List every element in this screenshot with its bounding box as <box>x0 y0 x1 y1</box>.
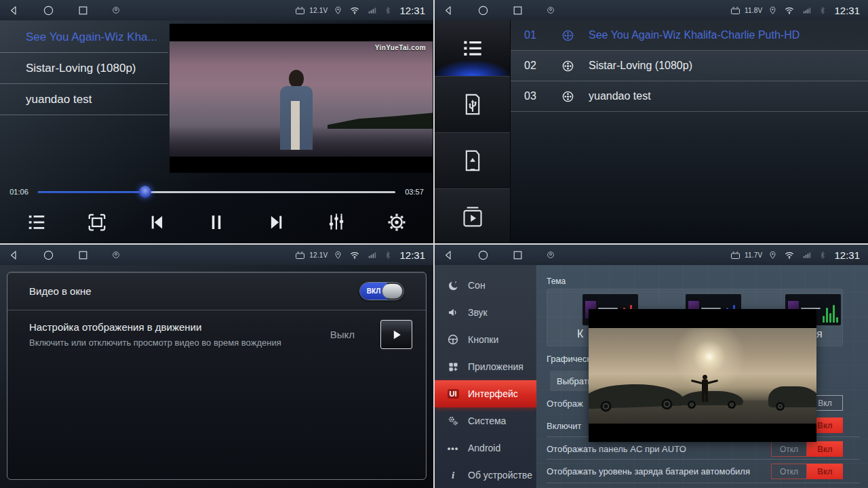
home-icon[interactable] <box>43 5 54 16</box>
clock: 12:31 <box>834 249 860 261</box>
menu-item-about[interactable]: i Об устройстве <box>435 462 536 488</box>
progress-row: 01:06 03:57 <box>0 184 433 199</box>
menu-item-system[interactable]: Система <box>435 407 536 434</box>
battery-voltage: 11.7V <box>745 251 762 259</box>
playlist: See You Again-Wiz Kha... Sistar-Loving (… <box>0 22 168 115</box>
battery-voltage: 12.1V <box>309 7 328 14</box>
menu-label: Сон <box>468 280 486 291</box>
disc-icon[interactable] <box>547 6 555 14</box>
recents-icon[interactable] <box>512 5 524 16</box>
disc-icon[interactable] <box>112 6 120 14</box>
off-button[interactable]: Откл <box>771 464 807 479</box>
battery-icon <box>730 250 741 260</box>
expand-play-button[interactable] <box>380 320 412 349</box>
media-row[interactable]: 03 yuandao test <box>511 81 868 112</box>
setting-title: Настройка отображения в движении <box>29 321 319 333</box>
menu-label: Приложения <box>468 361 524 372</box>
signal-icon <box>802 5 812 15</box>
playlist-item[interactable]: yuandao test <box>0 84 168 115</box>
track-number: 01 <box>524 29 561 41</box>
battery-icon <box>294 250 306 260</box>
speaker-icon <box>446 306 460 319</box>
seek-bar[interactable] <box>38 191 395 193</box>
aspect-ratio-button[interactable] <box>77 207 117 238</box>
menu-item-android[interactable]: ••• Android <box>435 434 536 462</box>
screen-media-browser: 11.8V 12:31 01 See You Again-Wiz Khalifa… <box>435 0 868 243</box>
track-title: Sistar-Loving (1080p) <box>589 60 692 72</box>
back-icon[interactable] <box>443 249 454 261</box>
disc-icon[interactable] <box>547 251 555 259</box>
track-number: 03 <box>524 90 561 102</box>
video-viewport[interactable]: YinYueTai.com <box>170 24 433 173</box>
menu-item-apps[interactable]: Приложения <box>435 353 536 380</box>
battery-voltage: 12.1V <box>309 251 328 259</box>
off-button[interactable]: Откл <box>771 441 807 457</box>
home-icon[interactable] <box>43 249 54 261</box>
menu-label: Android <box>468 443 500 453</box>
home-icon[interactable] <box>477 249 489 261</box>
film-reel-icon <box>561 29 589 42</box>
equalizer-button[interactable] <box>316 207 357 238</box>
disc-icon[interactable] <box>112 251 120 259</box>
playlist-item[interactable]: Sistar-Loving (1080p) <box>0 53 168 84</box>
moon-sleep-icon: z <box>446 280 460 291</box>
status-bar: 11.8V 12:31 <box>435 0 868 20</box>
status-bar: 12.1V 12:31 <box>0 0 433 20</box>
interface-panel: Тема К я Графический Выбрать Отображ <box>536 265 868 488</box>
playlist-button[interactable] <box>16 207 57 238</box>
signal-icon <box>367 5 378 15</box>
wifi-icon <box>349 5 361 16</box>
menu-label: Интерфейс <box>468 388 518 399</box>
menu-label: Система <box>468 415 506 426</box>
bluetooth-icon <box>818 250 827 260</box>
floating-video-window[interactable] <box>589 309 816 442</box>
four-screen-collage: 12.1V 12:31 See You Again-Wiz Kha... Sis… <box>0 0 868 488</box>
back-icon[interactable] <box>443 5 454 16</box>
wifi-icon <box>783 250 795 260</box>
rail-playlist-tab[interactable] <box>435 20 510 77</box>
singer-silhouette <box>277 70 317 150</box>
recents-icon[interactable] <box>77 5 89 16</box>
video-frame <box>589 328 816 424</box>
row-display-label: Отображ <box>547 399 583 409</box>
select-label: Выбрать <box>557 376 592 386</box>
menu-item-sound[interactable]: Звук <box>435 299 536 326</box>
on-button[interactable]: Вкл <box>807 464 843 479</box>
pause-button[interactable] <box>196 207 237 238</box>
menu-item-interface[interactable]: UI Интерфейс <box>435 380 536 407</box>
bluetooth-icon <box>384 5 392 16</box>
previous-button[interactable] <box>136 207 177 238</box>
menu-item-buttons[interactable]: Кнопки <box>435 326 536 353</box>
steering-wheel-icon <box>446 333 460 346</box>
media-row[interactable]: 01 See You Again-Wiz Khalifa-Charlie Put… <box>511 20 868 51</box>
rail-usb-tab[interactable] <box>435 77 510 133</box>
media-list: 01 See You Again-Wiz Khalifa-Charlie Put… <box>511 20 868 112</box>
recents-icon[interactable] <box>77 249 89 261</box>
seek-thumb[interactable] <box>139 186 151 198</box>
playlist-item[interactable]: See You Again-Wiz Kha... <box>0 22 168 53</box>
recents-icon[interactable] <box>512 249 524 261</box>
motion-display-row: Настройка отображения в движении Включит… <box>7 310 426 359</box>
track-title: yuandao test <box>589 90 651 102</box>
track-number: 02 <box>524 60 561 72</box>
bluetooth-icon <box>384 250 392 260</box>
video-in-window-toggle[interactable]: ВКЛ <box>359 282 404 300</box>
next-button[interactable] <box>256 207 297 238</box>
back-icon[interactable] <box>8 5 20 16</box>
gears-icon <box>446 415 460 427</box>
screen-ui-settings: 11.7V 12:31 z Сон Звук Кнопки Приложения… <box>435 245 868 488</box>
rail-sdcard-tab[interactable] <box>435 133 510 189</box>
row-ac-buttons: Откл Вкл <box>771 441 843 457</box>
equalizer-green <box>823 302 838 323</box>
settings-gear-icon[interactable] <box>376 207 417 238</box>
media-row[interactable]: 02 Sistar-Loving (1080p) <box>511 51 868 81</box>
ellipsis-icon: ••• <box>446 443 460 453</box>
home-icon[interactable] <box>477 5 489 16</box>
on-button[interactable]: Вкл <box>807 441 843 457</box>
toggle-knob[interactable] <box>382 283 403 299</box>
screen-video-settings: 12.1V 12:31 Видео в окне ВКЛ Настройка о… <box>0 245 433 488</box>
menu-item-sleep[interactable]: z Сон <box>435 272 536 299</box>
battery-icon <box>294 5 306 16</box>
rail-video-tab[interactable] <box>435 189 510 243</box>
back-icon[interactable] <box>8 249 20 261</box>
